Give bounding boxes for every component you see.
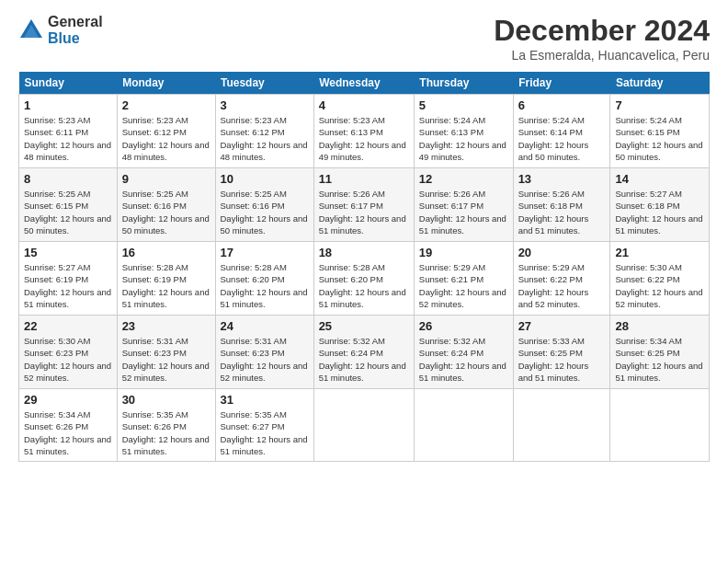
day-info: Sunrise: 5:28 AM Sunset: 6:19 PM Dayligh…: [122, 261, 210, 310]
calendar-cell: 14Sunrise: 5:27 AM Sunset: 6:18 PM Dayli…: [610, 168, 710, 242]
day-info: Sunrise: 5:23 AM Sunset: 6:13 PM Dayligh…: [319, 114, 409, 163]
day-info: Sunrise: 5:27 AM Sunset: 6:19 PM Dayligh…: [24, 261, 112, 310]
day-info: Sunrise: 5:31 AM Sunset: 6:23 PM Dayligh…: [221, 335, 309, 384]
day-info: Sunrise: 5:31 AM Sunset: 6:23 PM Dayligh…: [122, 335, 210, 384]
day-info: Sunrise: 5:28 AM Sunset: 6:20 PM Dayligh…: [221, 261, 309, 310]
subtitle: La Esmeralda, Huancavelica, Peru: [494, 48, 710, 63]
calendar-cell: 27Sunrise: 5:33 AM Sunset: 6:25 PM Dayli…: [513, 316, 610, 389]
calendar-cell: 29Sunrise: 5:34 AM Sunset: 6:26 PM Dayli…: [19, 389, 118, 462]
day-info: Sunrise: 5:35 AM Sunset: 6:27 PM Dayligh…: [221, 408, 309, 457]
calendar-cell: [610, 389, 710, 462]
day-info: Sunrise: 5:26 AM Sunset: 6:18 PM Dayligh…: [518, 188, 606, 236]
calendar-cell: [513, 389, 610, 462]
day-number: 24: [221, 319, 309, 333]
page: General Blue December 2024 La Esmeralda,…: [0, 0, 728, 563]
calendar-cell: [414, 389, 513, 462]
day-info: Sunrise: 5:24 AM Sunset: 6:14 PM Dayligh…: [518, 114, 606, 163]
calendar-cell: 30Sunrise: 5:35 AM Sunset: 6:26 PM Dayli…: [117, 389, 215, 462]
day-number: 6: [518, 98, 606, 112]
day-number: 1: [24, 98, 112, 112]
calendar-cell: 9Sunrise: 5:25 AM Sunset: 6:16 PM Daylig…: [117, 168, 215, 242]
calendar-cell: 8Sunrise: 5:25 AM Sunset: 6:15 PM Daylig…: [19, 168, 118, 242]
day-number: 18: [319, 246, 409, 259]
logo-icon: [18, 17, 44, 43]
day-number: 14: [615, 172, 704, 186]
day-number: 20: [518, 246, 606, 259]
day-info: Sunrise: 5:24 AM Sunset: 6:15 PM Dayligh…: [615, 114, 704, 163]
day-number: 29: [24, 393, 112, 407]
header-thursday: Thursday: [414, 72, 513, 95]
calendar-cell: 19Sunrise: 5:29 AM Sunset: 6:21 PM Dayli…: [414, 242, 513, 316]
calendar-cell: 18Sunrise: 5:28 AM Sunset: 6:20 PM Dayli…: [313, 242, 414, 316]
calendar-cell: 17Sunrise: 5:28 AM Sunset: 6:20 PM Dayli…: [215, 242, 313, 316]
calendar-cell: 4Sunrise: 5:23 AM Sunset: 6:13 PM Daylig…: [313, 95, 414, 168]
day-number: 28: [615, 319, 704, 333]
day-info: Sunrise: 5:23 AM Sunset: 6:12 PM Dayligh…: [221, 114, 309, 163]
day-info: Sunrise: 5:34 AM Sunset: 6:26 PM Dayligh…: [24, 408, 112, 457]
day-number: 31: [221, 393, 309, 407]
day-info: Sunrise: 5:26 AM Sunset: 6:17 PM Dayligh…: [319, 188, 409, 236]
calendar-cell: 20Sunrise: 5:29 AM Sunset: 6:22 PM Dayli…: [513, 242, 610, 316]
calendar-cell: 5Sunrise: 5:24 AM Sunset: 6:13 PM Daylig…: [414, 95, 513, 168]
calendar-cell: 21Sunrise: 5:30 AM Sunset: 6:22 PM Dayli…: [610, 242, 710, 316]
calendar-cell: 6Sunrise: 5:24 AM Sunset: 6:14 PM Daylig…: [513, 95, 610, 168]
logo-general: General: [48, 14, 103, 30]
header-sunday: Sunday: [19, 72, 118, 95]
day-info: Sunrise: 5:33 AM Sunset: 6:25 PM Dayligh…: [518, 335, 606, 384]
calendar-cell: 26Sunrise: 5:32 AM Sunset: 6:24 PM Dayli…: [414, 316, 513, 389]
day-info: Sunrise: 5:24 AM Sunset: 6:13 PM Dayligh…: [419, 114, 508, 163]
header-monday: Monday: [117, 72, 215, 95]
calendar-cell: 10Sunrise: 5:25 AM Sunset: 6:16 PM Dayli…: [215, 168, 313, 242]
day-info: Sunrise: 5:23 AM Sunset: 6:12 PM Dayligh…: [122, 114, 210, 163]
logo-text: General Blue: [48, 14, 103, 46]
calendar-cell: 28Sunrise: 5:34 AM Sunset: 6:25 PM Dayli…: [610, 316, 710, 389]
logo-blue: Blue: [48, 30, 103, 47]
day-number: 2: [122, 98, 210, 112]
day-number: 15: [24, 246, 112, 259]
calendar-cell: 15Sunrise: 5:27 AM Sunset: 6:19 PM Dayli…: [19, 242, 118, 316]
day-number: 11: [319, 172, 409, 186]
day-number: 19: [419, 246, 508, 259]
day-number: 9: [122, 172, 210, 186]
calendar-cell: 12Sunrise: 5:26 AM Sunset: 6:17 PM Dayli…: [414, 168, 513, 242]
day-info: Sunrise: 5:26 AM Sunset: 6:17 PM Dayligh…: [419, 188, 508, 236]
day-number: 22: [24, 319, 112, 333]
day-info: Sunrise: 5:23 AM Sunset: 6:11 PM Dayligh…: [24, 114, 112, 163]
calendar-cell: 24Sunrise: 5:31 AM Sunset: 6:23 PM Dayli…: [215, 316, 313, 389]
calendar-cell: 31Sunrise: 5:35 AM Sunset: 6:27 PM Dayli…: [215, 389, 313, 462]
day-number: 8: [24, 172, 112, 186]
day-info: Sunrise: 5:30 AM Sunset: 6:22 PM Dayligh…: [615, 261, 704, 310]
day-number: 25: [319, 319, 409, 333]
day-number: 23: [122, 319, 210, 333]
day-number: 3: [221, 98, 309, 112]
day-info: Sunrise: 5:30 AM Sunset: 6:23 PM Dayligh…: [24, 335, 112, 384]
day-info: Sunrise: 5:32 AM Sunset: 6:24 PM Dayligh…: [319, 335, 409, 384]
calendar-cell: 2Sunrise: 5:23 AM Sunset: 6:12 PM Daylig…: [117, 95, 215, 168]
calendar-cell: 25Sunrise: 5:32 AM Sunset: 6:24 PM Dayli…: [313, 316, 414, 389]
calendar-cell: 7Sunrise: 5:24 AM Sunset: 6:15 PM Daylig…: [610, 95, 710, 168]
calendar-cell: [313, 389, 414, 462]
day-number: 21: [615, 246, 704, 259]
day-number: 16: [122, 246, 210, 259]
day-info: Sunrise: 5:34 AM Sunset: 6:25 PM Dayligh…: [615, 335, 704, 384]
day-info: Sunrise: 5:32 AM Sunset: 6:24 PM Dayligh…: [419, 335, 508, 384]
day-info: Sunrise: 5:35 AM Sunset: 6:26 PM Dayligh…: [122, 408, 210, 457]
day-info: Sunrise: 5:25 AM Sunset: 6:15 PM Dayligh…: [24, 188, 112, 236]
day-info: Sunrise: 5:28 AM Sunset: 6:20 PM Dayligh…: [319, 261, 409, 310]
calendar-cell: 22Sunrise: 5:30 AM Sunset: 6:23 PM Dayli…: [19, 316, 118, 389]
day-number: 4: [319, 98, 409, 112]
calendar-table: Sunday Monday Tuesday Wednesday Thursday…: [18, 72, 710, 462]
header-friday: Friday: [513, 72, 610, 95]
calendar-cell: 23Sunrise: 5:31 AM Sunset: 6:23 PM Dayli…: [117, 316, 215, 389]
calendar-cell: 11Sunrise: 5:26 AM Sunset: 6:17 PM Dayli…: [313, 168, 414, 242]
day-number: 17: [221, 246, 309, 259]
day-info: Sunrise: 5:25 AM Sunset: 6:16 PM Dayligh…: [221, 188, 309, 236]
day-info: Sunrise: 5:29 AM Sunset: 6:22 PM Dayligh…: [518, 261, 606, 310]
day-number: 12: [419, 172, 508, 186]
day-number: 5: [419, 98, 508, 112]
day-number: 13: [518, 172, 606, 186]
calendar-cell: 3Sunrise: 5:23 AM Sunset: 6:12 PM Daylig…: [215, 95, 313, 168]
title-section: December 2024 La Esmeralda, Huancavelica…: [494, 14, 710, 63]
day-number: 27: [518, 319, 606, 333]
day-info: Sunrise: 5:29 AM Sunset: 6:21 PM Dayligh…: [419, 261, 508, 310]
